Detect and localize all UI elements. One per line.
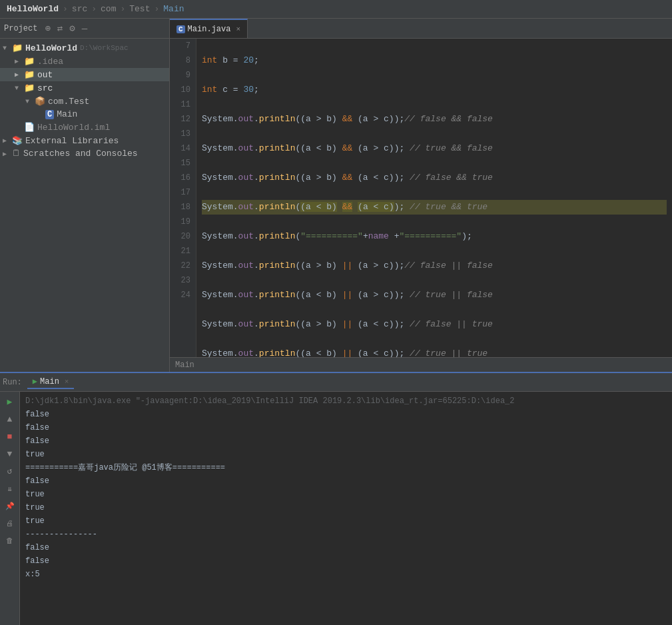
- sidebar-toolbar: Project ⊕ ⇄ ⚙ —: [0, 19, 169, 39]
- folder-src-icon: 📁: [24, 83, 35, 93]
- tree-label: .idea: [37, 57, 63, 67]
- run-panel: ▶ ▲ ■ ▼ ↺ ⇊ 📌 🖨 🗑 D:\jdk1.8\bin\java.exe…: [0, 392, 672, 625]
- tree-item-main-java[interactable]: C Main: [0, 108, 169, 121]
- tree-item-idea[interactable]: ▶ 📁 .idea: [0, 55, 169, 68]
- output-line-2: false: [25, 421, 667, 434]
- output-line-13: x:5: [25, 568, 667, 581]
- tree-item-src[interactable]: ▼ 📁 src: [0, 81, 169, 95]
- editor-tabs: C Main.java ×: [170, 19, 672, 39]
- run-label: Run:: [3, 378, 22, 387]
- app-name: HelloWorld: [7, 4, 59, 14]
- run-rerun-button[interactable]: ↺: [3, 464, 17, 478]
- tree-item-helloworld-iml[interactable]: 📄 HelloWorld.iml: [0, 121, 169, 134]
- tree-item-com-test[interactable]: ▼ 📦 com.Test: [0, 95, 169, 108]
- tree-detail: D:\WorkSpac: [80, 44, 129, 52]
- arrow-icon: ▶: [15, 71, 24, 79]
- folder-icon: 📁: [24, 69, 35, 80]
- output-line-1: false: [25, 408, 667, 421]
- tree-label: HelloWorld: [25, 43, 77, 53]
- output-line-11: false: [25, 541, 667, 554]
- tree-item-out[interactable]: ▶ 📁 out: [0, 68, 169, 81]
- tree-item-scratches[interactable]: ▶ 🗒 Scratches and Consoles: [0, 147, 169, 160]
- breadcrumb-sep2: ›: [91, 4, 97, 14]
- folder-icon: 📁: [12, 43, 23, 53]
- code-line-11: System.out.println((a > b) && (a < c)); …: [202, 171, 667, 185]
- code-line-7: int b = 20;: [202, 53, 667, 68]
- java-icon: C: [45, 110, 54, 119]
- code-line-10: System.out.println((a < b) && (a > c)); …: [202, 141, 667, 156]
- tab-main-java[interactable]: C Main.java ×: [170, 19, 248, 38]
- bottom-panel: Run: ▶ Main × ▶ ▲ ■ ▼ ↺ ⇊ 📌 🖨 🗑 D:\jdk1.…: [0, 372, 672, 625]
- output-line-4: true: [25, 448, 667, 461]
- arrow-icon: ▼: [3, 45, 12, 52]
- run-down-button[interactable]: ▼: [3, 446, 17, 461]
- local-history-icon[interactable]: ⊕: [43, 21, 52, 35]
- code-line-17: System.out.println((a < b) || (a < c)); …: [202, 346, 667, 357]
- folder-icon: 📁: [24, 56, 35, 67]
- arrow-icon: ▼: [15, 85, 24, 92]
- tree-label: External Libraries: [25, 136, 119, 146]
- run-output[interactable]: D:\jdk1.8\bin\java.exe "-javaagent:D:\id…: [20, 392, 672, 625]
- settings-icon[interactable]: ⚙: [67, 21, 77, 35]
- iml-icon: 📄: [24, 122, 35, 133]
- code-line-13: System.out.println("=========="+name +"=…: [202, 229, 667, 244]
- tree-item-external-libs[interactable]: ▶ 📚 External Libraries: [0, 134, 169, 147]
- run-tab-main[interactable]: ▶ Main ×: [27, 375, 75, 389]
- arrow-icon: ▶: [15, 57, 24, 65]
- run-command-line: D:\jdk1.8\bin\java.exe "-javaagent:D:\id…: [25, 394, 667, 408]
- run-sidebar: ▶ ▲ ■ ▼ ↺ ⇊ 📌 🖨 🗑: [0, 392, 20, 625]
- minimize-icon[interactable]: —: [80, 22, 89, 35]
- titlebar: HelloWorld › src › com › Test › Main: [0, 0, 672, 19]
- main-layout: Project ⊕ ⇄ ⚙ — ▼ 📁 HelloWorld D:\WorkSp…: [0, 19, 672, 625]
- sidebar-tree: ▼ 📁 HelloWorld D:\WorkSpac ▶ 📁 .idea ▶ 📁…: [0, 39, 169, 372]
- package-icon: 📦: [35, 96, 45, 107]
- run-tab-icon: ▶: [33, 376, 37, 386]
- tree-label: out: [37, 70, 53, 80]
- sync-icon[interactable]: ⇄: [55, 21, 65, 35]
- tree-label: Main: [57, 109, 77, 119]
- tree-label: HelloWorld.iml: [37, 123, 110, 133]
- code-content[interactable]: int b = 20; int c = 30; System.out.print…: [196, 39, 672, 357]
- breadcrumb-main-label: Main: [175, 360, 194, 370]
- breadcrumb-com: com: [101, 4, 116, 14]
- arrow-icon: ▼: [25, 98, 35, 105]
- tab-label: Main.java: [188, 25, 231, 34]
- arrow-icon: ▶: [3, 137, 12, 145]
- run-print-button[interactable]: 🖨: [3, 516, 17, 530]
- code-editor[interactable]: 7 8 9 10 11 12 13 14 15 16 17 18 19 20 2…: [170, 39, 672, 357]
- project-label: Project: [4, 24, 37, 33]
- output-line-7: true: [25, 488, 667, 501]
- tree-item-helloworld[interactable]: ▼ 📁 HelloWorld D:\WorkSpac: [0, 41, 169, 55]
- run-scroll-end-button[interactable]: ⇊: [3, 481, 17, 496]
- run-tab-label: Main: [40, 377, 59, 386]
- code-line-9: System.out.println((a > b) && (a > c));/…: [202, 112, 667, 127]
- ext-icon: 📚: [12, 135, 23, 146]
- run-stop-button[interactable]: ■: [3, 429, 17, 444]
- breadcrumb-sep4: ›: [154, 4, 159, 14]
- run-pin-button[interactable]: 📌: [3, 498, 17, 513]
- editor-area: C Main.java × 7 8 9 10 11 12 13 14 15 16: [170, 19, 672, 372]
- output-line-9: true: [25, 514, 667, 528]
- run-tab-close-icon[interactable]: ×: [65, 378, 69, 386]
- code-line-8: int c = 30;: [202, 83, 667, 97]
- breadcrumb-test: Test: [129, 4, 150, 14]
- run-up-button[interactable]: ▲: [3, 412, 17, 426]
- run-play-button[interactable]: ▶: [3, 394, 17, 409]
- output-line-3: false: [25, 434, 667, 448]
- tree-label: src: [37, 83, 53, 93]
- tab-java-icon: C: [176, 25, 185, 33]
- tab-close-icon[interactable]: ×: [236, 25, 240, 33]
- run-delete-button[interactable]: 🗑: [3, 533, 17, 548]
- output-line-5: ===========嘉哥java历险记 @51博客===========: [25, 461, 667, 474]
- code-line-14: System.out.println((a > b) || (a > c));/…: [202, 259, 667, 273]
- tree-label: com.Test: [48, 97, 89, 107]
- line-numbers: 7 8 9 10 11 12 13 14 15 16 17 18 19 20 2…: [170, 39, 196, 357]
- arrow-icon: ▶: [3, 150, 12, 158]
- code-line-12: System.out.println((a < b) && (a < c)); …: [202, 200, 667, 215]
- breadcrumb-sep1: ›: [63, 4, 68, 14]
- top-area: Project ⊕ ⇄ ⚙ — ▼ 📁 HelloWorld D:\WorkSp…: [0, 19, 672, 372]
- scratch-icon: 🗒: [12, 149, 21, 159]
- code-line-15: System.out.println((a < b) || (a > c)); …: [202, 288, 667, 303]
- run-tabs: Run: ▶ Main ×: [0, 373, 672, 392]
- output-line-6: false: [25, 474, 667, 488]
